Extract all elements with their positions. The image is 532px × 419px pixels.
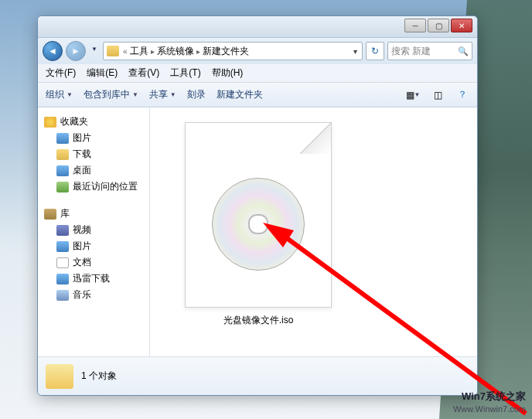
sidebar-item-videos[interactable]: 视频: [41, 222, 146, 238]
disc-icon: [212, 178, 305, 271]
sidebar-item-desktop[interactable]: 桌面: [41, 162, 146, 179]
xunlei-icon: [56, 274, 69, 284]
toolbar-include-library[interactable]: 包含到库中▼: [84, 88, 138, 101]
split-pane: 收藏夹 图片 下载 桌面 最近访问的位置 库 视频 图片 文档 迅雷下载 音乐: [38, 107, 477, 356]
toolbar-organize[interactable]: 组织▼: [46, 88, 73, 101]
menu-file[interactable]: 文件(F): [46, 66, 76, 80]
nav-forward-button[interactable]: ►: [66, 41, 86, 61]
toolbar: 组织▼ 包含到库中▼ 共享▼ 刻录 新建文件夹 ▦▼ ◫ ？: [38, 83, 477, 107]
chevron-right-icon: ▸: [196, 47, 201, 56]
star-icon: [44, 117, 56, 128]
status-bar: 1 个对象: [38, 356, 477, 395]
help-button[interactable]: ？: [455, 88, 469, 102]
menu-edit[interactable]: 编辑(E): [87, 66, 118, 80]
explorer-window: ─ ▢ ✕ ◄ ► ▼ « 工具 ▸ 系统镜像 ▸ 新建文件夹 ▾ ↻ 搜索 新…: [37, 15, 478, 396]
sidebar-item-pictures[interactable]: 图片: [41, 130, 146, 146]
breadcrumb-prefix: «: [122, 47, 128, 56]
downloads-icon: [56, 149, 69, 160]
nav-sidebar: 收藏夹 图片 下载 桌面 最近访问的位置 库 视频 图片 文档 迅雷下载 音乐: [38, 107, 150, 356]
file-item-iso[interactable]: 光盘镜像文件.iso: [173, 118, 343, 331]
address-row: ◄ ► ▼ « 工具 ▸ 系统镜像 ▸ 新建文件夹 ▾ ↻ 搜索 新建 🔍: [38, 38, 477, 64]
address-bar[interactable]: « 工具 ▸ 系统镜像 ▸ 新建文件夹 ▾: [103, 42, 363, 60]
sidebar-item-downloads[interactable]: 下载: [41, 146, 146, 162]
music-icon: [56, 290, 69, 301]
sidebar-libraries-header[interactable]: 库: [41, 206, 146, 222]
address-dropdown[interactable]: ▾: [352, 47, 359, 56]
menu-tools[interactable]: 工具(T): [170, 66, 200, 80]
watermark: Win7系统之家 Www.Winwin7.com: [453, 390, 526, 414]
nav-back-button[interactable]: ◄: [43, 41, 63, 61]
pictures-icon: [56, 133, 69, 144]
search-icon: 🔍: [458, 46, 469, 56]
sidebar-item-documents[interactable]: 文档: [41, 254, 146, 271]
refresh-button[interactable]: ↻: [366, 42, 384, 60]
library-icon: [44, 209, 56, 220]
breadcrumb-item[interactable]: 新建文件夹: [201, 45, 251, 58]
sidebar-item-music[interactable]: 音乐: [41, 287, 146, 303]
file-list-pane[interactable]: 光盘镜像文件.iso: [150, 107, 477, 356]
toolbar-new-folder[interactable]: 新建文件夹: [217, 88, 263, 101]
close-button[interactable]: ✕: [451, 19, 472, 32]
menu-view[interactable]: 查看(V): [128, 66, 159, 80]
folder-icon: [107, 46, 119, 56]
folder-thumb-icon: [46, 364, 73, 389]
video-icon: [56, 225, 69, 236]
desktop-icon: [56, 165, 69, 176]
toolbar-burn[interactable]: 刻录: [187, 88, 206, 101]
sidebar-favorites-header[interactable]: 收藏夹: [41, 114, 146, 130]
menu-bar: 文件(F) 编辑(E) 查看(V) 工具(T) 帮助(H): [38, 64, 477, 83]
window-controls: ─ ▢ ✕: [404, 19, 472, 32]
sidebar-item-xunlei[interactable]: 迅雷下载: [41, 271, 146, 287]
sidebar-item-pictures-lib[interactable]: 图片: [41, 238, 146, 254]
file-name-label: 光盘镜像文件.iso: [223, 314, 294, 327]
minimize-button[interactable]: ─: [404, 19, 426, 32]
chevron-right-icon: ▸: [150, 47, 155, 56]
breadcrumb-item[interactable]: 工具: [128, 45, 150, 58]
file-thumbnail: [185, 122, 332, 308]
recent-icon: [56, 182, 69, 192]
status-object-count: 1 个对象: [81, 370, 117, 383]
view-options-button[interactable]: ▦▼: [406, 88, 420, 102]
search-placeholder: 搜索 新建: [391, 45, 431, 58]
maximize-button[interactable]: ▢: [428, 19, 449, 32]
breadcrumb-item[interactable]: 系统镜像: [155, 45, 196, 58]
pictures-icon: [56, 241, 69, 252]
search-input[interactable]: 搜索 新建 🔍: [387, 42, 472, 60]
document-icon: [56, 257, 69, 268]
menu-help[interactable]: 帮助(H): [212, 66, 244, 80]
nav-history-dropdown[interactable]: ▼: [89, 46, 100, 56]
sidebar-item-recent[interactable]: 最近访问的位置: [41, 179, 146, 195]
preview-pane-button[interactable]: ◫: [431, 88, 445, 102]
toolbar-share[interactable]: 共享▼: [149, 88, 176, 101]
